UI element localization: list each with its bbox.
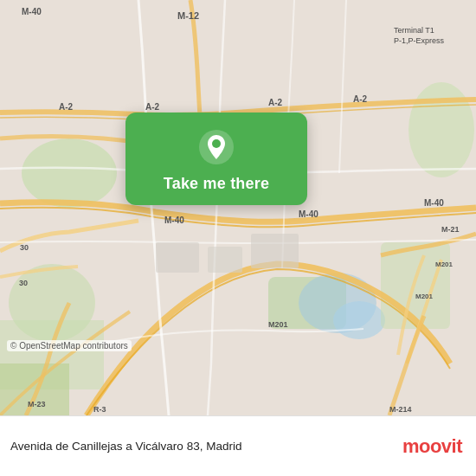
svg-text:Terminal T1: Terminal T1 [394, 26, 434, 35]
svg-point-5 [333, 301, 385, 339]
svg-text:M-214: M-214 [389, 405, 412, 414]
moovit-brand-text: moovit [402, 437, 462, 456]
location-pin-icon [197, 128, 235, 166]
svg-text:M201: M201 [268, 320, 288, 329]
map-container: M-12 A-2 A-2 A-2 A-2 M-40 M-40 M-40 M-40… [0, 0, 476, 415]
svg-text:M-40: M-40 [299, 209, 318, 219]
svg-text:M-12: M-12 [177, 10, 199, 21]
svg-rect-6 [381, 242, 450, 329]
svg-rect-13 [156, 242, 199, 273]
take-me-there-button-label: Take me there [164, 175, 269, 193]
address-text: Avenida de Canillejas a Vicálvaro 83, Ma… [10, 439, 394, 454]
svg-text:A-2: A-2 [59, 102, 74, 112]
svg-rect-15 [251, 234, 299, 268]
svg-text:R-3: R-3 [93, 405, 106, 414]
svg-text:M-40: M-40 [424, 198, 444, 208]
svg-text:A-2: A-2 [353, 94, 368, 104]
svg-text:M-21: M-21 [441, 225, 460, 234]
svg-text:M-40: M-40 [22, 7, 42, 16]
svg-text:P-1,P-Express: P-1,P-Express [394, 36, 445, 45]
svg-text:M-40: M-40 [164, 215, 184, 225]
svg-text:M-23: M-23 [28, 400, 46, 408]
svg-point-9 [408, 82, 474, 177]
moovit-logo: moovit [402, 437, 462, 456]
svg-point-37 [212, 139, 221, 148]
svg-point-1 [22, 138, 117, 208]
svg-text:A-2: A-2 [268, 98, 283, 107]
bottom-bar: Avenida de Canillejas a Vicálvaro 83, Ma… [0, 415, 476, 476]
svg-text:30: 30 [20, 243, 29, 252]
osm-attribution: © OpenStreetMap contributors [7, 340, 132, 351]
svg-text:A-2: A-2 [145, 102, 160, 112]
svg-rect-14 [208, 247, 242, 273]
svg-text:30: 30 [19, 279, 28, 287]
svg-text:M201: M201 [435, 261, 453, 268]
take-me-there-card[interactable]: Take me there [125, 113, 307, 205]
svg-text:M201: M201 [415, 293, 434, 300]
